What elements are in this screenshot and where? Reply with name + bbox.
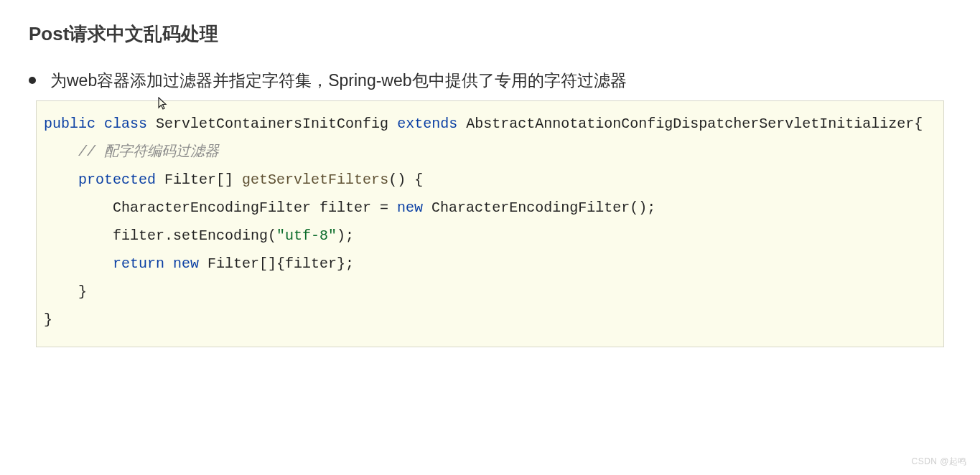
document-page: Post请求中文乱码处理 为web容器添加过滤器并指定字符集，Spring-we…: [0, 0, 980, 347]
page-title: Post请求中文乱码处理: [29, 22, 951, 47]
bullet-dot-icon: [29, 77, 36, 84]
code-line-5b: );: [337, 227, 354, 244]
return-type: Filter[]: [164, 171, 233, 188]
class-name: ServletContainersInitConfig: [156, 116, 388, 132]
keyword-new: new: [397, 199, 423, 216]
watermark-text: CSDN @起鸣: [911, 456, 967, 468]
code-line-4a: CharacterEncodingFilter filter =: [44, 199, 397, 216]
code-line-4b: CharacterEncodingFilter();: [423, 199, 655, 216]
code-line-7: }: [44, 283, 87, 300]
code-line-8: }: [44, 311, 52, 328]
string-literal: "utf-8": [276, 227, 337, 244]
code-comment: // 配字符编码过滤器: [78, 144, 219, 160]
method-name: getServletFilters: [242, 171, 388, 188]
keyword-new-2: new: [173, 255, 199, 272]
keyword-public: public: [44, 116, 95, 132]
keyword-return: return: [113, 255, 164, 272]
bullet-text: 为web容器添加过滤器并指定字符集，Spring-web包中提供了专用的字符过滤…: [50, 68, 627, 93]
code-line-5a: filter.setEncoding(: [44, 227, 276, 244]
code-line-6-tail: Filter[]{filter};: [199, 255, 354, 272]
code-block: public class ServletContainersInitConfig…: [36, 100, 944, 347]
keyword-class: class: [104, 116, 147, 132]
keyword-protected: protected: [78, 171, 156, 188]
keyword-extends: extends: [397, 116, 457, 132]
method-params: () {: [388, 171, 423, 188]
code-line-6-indent: [44, 255, 113, 272]
bullet-item: 为web容器添加过滤器并指定字符集，Spring-web包中提供了专用的字符过滤…: [29, 68, 951, 93]
superclass-name: AbstractAnnotationConfigDispatcherServle…: [466, 116, 923, 132]
